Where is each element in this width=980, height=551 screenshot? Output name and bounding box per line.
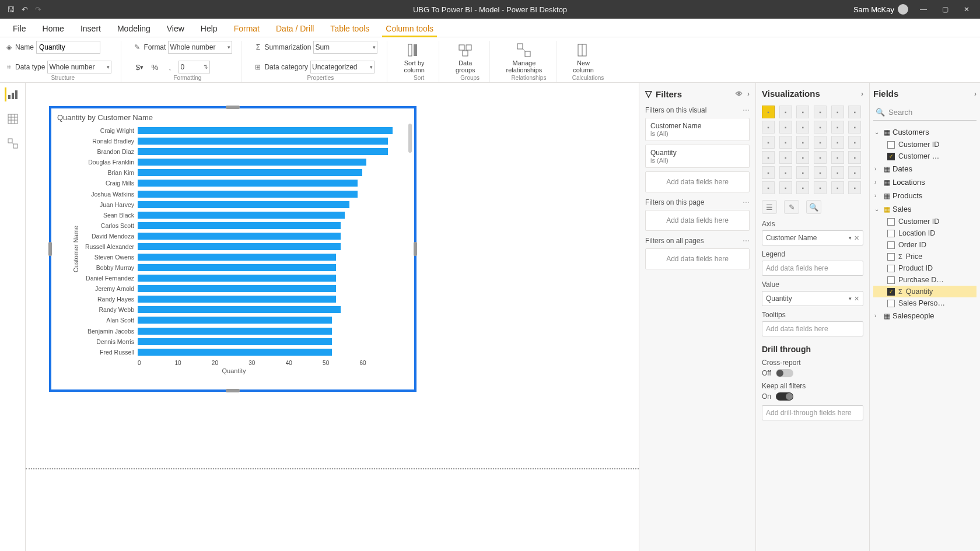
name-input[interactable] [36,41,100,54]
field-sales-quantity[interactable]: ✓ΣQuantity [873,286,977,297]
viz-type-button[interactable]: ▪ [814,151,827,164]
table-products[interactable]: ›▦Products [873,189,977,202]
filter-card-quantity[interactable]: Quantityis (All) [645,145,750,168]
close-button[interactable]: ✕ [960,5,973,13]
restore-button[interactable]: ▢ [939,5,952,13]
bar[interactable] [138,264,336,271]
viz-type-button[interactable]: ▪ [796,106,809,118]
viz-type-button[interactable]: ▪ [779,121,792,134]
legend-well[interactable]: Add data fields here [762,261,863,276]
user-name[interactable]: Sam McKay [853,4,908,15]
viz-type-button[interactable]: ▪ [779,181,792,194]
resize-handle-s[interactable] [226,389,240,392]
viz-type-button[interactable]: ▪ [762,106,775,118]
tab-data-drill[interactable]: Data / Drill [268,20,322,37]
viz-type-button[interactable]: ▪ [762,181,775,194]
viz-type-button[interactable]: ▪ [762,121,775,134]
percent-button[interactable]: % [148,61,161,73]
visual-container[interactable]: Quantity by Customer Name Customer Name … [49,106,416,392]
filter-drop-page[interactable]: Add data fields here [645,210,750,231]
table-customers[interactable]: ⌄▦Customers [873,125,977,139]
bar[interactable] [138,159,366,166]
table-dates[interactable]: ›▦Dates [873,162,977,176]
analytics-tab-icon[interactable]: 🔍 [806,200,821,214]
viz-type-button[interactable]: ▪ [779,136,792,149]
more-icon[interactable]: ⋯ [743,106,750,114]
tab-home[interactable]: Home [34,20,72,37]
eye-icon[interactable]: 👁 [736,90,743,98]
field-sales-productid[interactable]: Product ID [873,262,977,274]
data-view-button[interactable] [6,112,20,126]
viz-type-button[interactable]: ▪ [796,181,809,194]
viz-type-button[interactable]: ▪ [814,106,827,118]
field-sales-purchased[interactable]: Purchase D… [873,274,977,286]
bar[interactable] [138,180,358,187]
minimize-button[interactable]: ― [916,5,930,13]
more-icon[interactable]: ⋯ [743,198,750,206]
viz-type-button[interactable]: ▪ [814,181,827,194]
field-sales-orderid[interactable]: Order ID [873,239,977,251]
viz-type-button[interactable]: ▪ [779,166,792,179]
axis-well[interactable]: Customer Name▾✕ [762,230,863,245]
viz-type-button[interactable]: ▪ [762,166,775,179]
report-canvas[interactable]: Quantity by Customer Name Customer Name … [26,83,639,551]
filter-card-customer[interactable]: Customer Nameis (All) [645,118,750,141]
save-icon[interactable]: 🖫 [7,5,15,14]
collapse-icon[interactable]: › [974,90,977,98]
bar[interactable] [138,233,341,240]
viz-type-button[interactable]: ▪ [848,151,861,164]
viz-type-button[interactable]: ▪ [848,166,861,179]
table-salespeople[interactable]: ›▦Salespeople [873,309,977,322]
tab-table-tools[interactable]: Table tools [322,20,377,37]
viz-type-button[interactable]: ▪ [848,136,861,149]
fields-tab-icon[interactable]: ☰ [762,200,777,214]
viz-type-button[interactable]: ▪ [848,181,861,194]
viz-type-button[interactable]: ▪ [831,166,844,179]
bar[interactable] [138,317,332,324]
keepall-toggle[interactable] [776,392,793,401]
viz-type-button[interactable]: ▪ [848,106,861,118]
more-icon[interactable]: ⋯ [743,237,750,245]
viz-type-button[interactable]: ▪ [814,166,827,179]
remove-icon[interactable]: ✕ [854,234,859,242]
field-customer-id[interactable]: Customer ID [873,139,977,150]
bar[interactable] [138,328,332,335]
tab-modeling[interactable]: Modeling [109,20,159,37]
bar[interactable] [138,349,332,356]
data-groups-button[interactable]: Data groups [451,41,480,75]
table-sales[interactable]: ⌄▦Sales [873,202,977,216]
table-locations[interactable]: ›▦Locations [873,176,977,189]
field-sales-locationid[interactable]: Location ID [873,227,977,239]
bar[interactable] [138,148,388,155]
viz-type-button[interactable]: ▪ [814,121,827,134]
bar[interactable] [138,254,336,261]
viz-type-button[interactable]: ▪ [814,136,827,149]
new-column-button[interactable]: New column [568,41,598,75]
bar[interactable] [138,222,341,229]
bar[interactable] [138,127,393,134]
summarization-select[interactable]: Sum▾ [313,41,377,54]
bar[interactable] [138,296,336,303]
fields-search[interactable]: 🔍Search [873,106,977,121]
datatype-select[interactable]: Whole number▾ [47,61,111,73]
tab-help[interactable]: Help [192,20,226,37]
currency-button[interactable]: $▾ [133,61,146,73]
viz-type-button[interactable]: ▪ [779,106,792,118]
bar[interactable] [138,201,349,208]
bar[interactable] [138,275,336,282]
viz-type-button[interactable]: ▪ [796,121,809,134]
viz-type-button[interactable]: ▪ [796,166,809,179]
decimals-stepper[interactable]: 0⇅ [178,61,210,73]
format-tab-icon[interactable]: ✎ [784,200,799,214]
viz-type-button[interactable]: ▪ [831,181,844,194]
manage-relationships-button[interactable]: Manage relationships [502,41,547,75]
tab-file[interactable]: File [5,20,34,37]
viz-type-button[interactable]: ▪ [831,106,844,118]
collapse-icon[interactable]: › [861,90,863,98]
field-customer-name[interactable]: ✓Customer … [873,150,977,162]
redo-icon[interactable]: ↷ [35,5,41,14]
tab-format[interactable]: Format [226,20,268,37]
undo-icon[interactable]: ↶ [22,5,28,14]
viz-type-button[interactable]: ▪ [831,136,844,149]
bar[interactable] [138,243,341,250]
